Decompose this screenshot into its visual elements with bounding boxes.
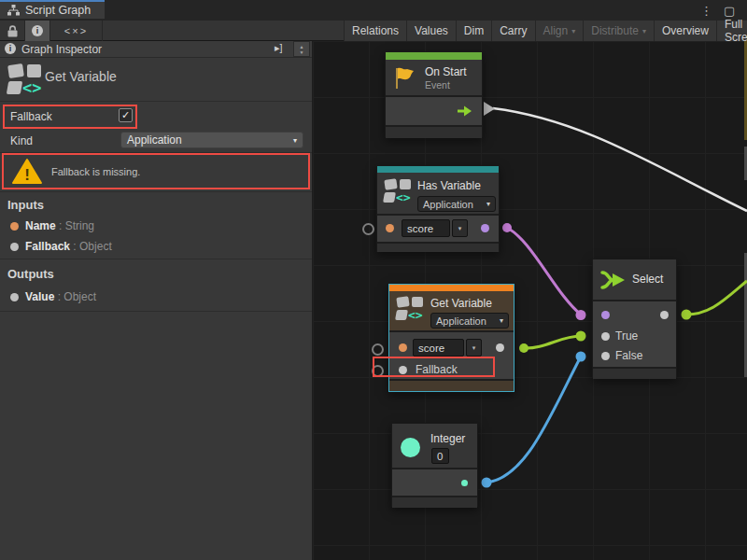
inspector-header: i Graph Inspector ▸] ▲ ▼ [0,41,312,58]
event-strip [386,52,482,60]
align-button: Align▾ [536,21,585,41]
wire-endpoint[interactable] [482,478,492,488]
window-controls: ⋮ ▢ ✕ [700,3,747,18]
exec-arrow-icon[interactable] [457,105,472,117]
node-title: Integer [430,432,465,445]
variable-strip [389,285,514,291]
variable-picker-button[interactable]: ▾ [452,219,468,237]
node-subtitle: Event [425,79,450,91]
variable-strip [377,166,499,173]
node-select[interactable]: Select True False [592,259,677,378]
value-output-port[interactable] [496,343,504,352]
bool-output-port[interactable] [481,224,489,232]
fullscreen-button[interactable]: Full Screen [717,21,747,41]
window-menu-icon[interactable]: ⋮ [700,4,712,18]
node-footer [593,369,676,379]
node-title: Has Variable [417,179,481,192]
chevron-down-icon: ▾ [500,316,503,325]
chevron-down-icon: ▾ [472,344,476,352]
lock-button[interactable] [0,21,25,41]
info-icon: i [32,25,43,36]
integer-value-field[interactable]: 0 [431,448,449,464]
variable-scope-dropdown[interactable]: Application ▾ [417,196,496,212]
integer-type-icon [401,438,420,457]
graph-tab-icon [7,5,20,16]
chevron-down-icon: ▾ [486,200,490,208]
name-input-port[interactable] [399,343,407,352]
wire-endpoint[interactable] [576,310,586,320]
code-icon: <×> [64,25,88,36]
input-row: Fallback : Object [25,240,112,253]
true-input-port[interactable] [601,332,610,341]
graph-inspector-panel: i Graph Inspector ▸] ▲ ▼ <> Get Variable… [0,41,313,560]
input-row: Name : String [25,219,94,232]
true-port-label: True [615,329,638,343]
input-port-dot [10,243,19,251]
node-has-variable[interactable]: <> Has Variable Application ▾ score ▾ [376,165,500,252]
toolbar: i <×> empty Zoom 1x Relations Values Dim… [0,21,747,41]
output-port-dot [10,293,19,301]
variable-picker-button[interactable]: ▾ [466,339,482,357]
divider [0,101,312,102]
tab-script-graph[interactable]: Script Graph [0,0,105,19]
variable-name-field[interactable]: score [402,219,450,237]
panel-spinner[interactable]: ▲ ▼ [293,41,310,57]
chevron-down-icon: ▾ [642,27,646,35]
variable-scope-dropdown[interactable]: Application ▾ [430,313,509,329]
node-title: Get Variable [430,297,492,310]
divider [0,311,312,312]
selection-output-port[interactable] [660,311,669,319]
wire-endpoint[interactable] [576,352,586,362]
wire-endpoint[interactable] [502,223,512,232]
wire-endpoint[interactable] [576,331,586,342]
node-title: Select [632,273,663,286]
flag-icon [394,66,416,90]
fallback-field-highlight [3,105,137,129]
inspector-toggle-button[interactable]: i [25,21,50,41]
values-button[interactable]: Values [407,21,457,41]
unconnected-port-ring[interactable] [362,223,374,235]
condition-input-port[interactable] [601,311,610,319]
name-input-port[interactable] [386,224,394,232]
lock-icon [7,25,18,37]
chevron-down-icon: ▾ [571,27,575,35]
select-merge-icon [600,268,627,292]
divider [0,259,312,259]
maximize-icon[interactable]: ▢ [724,4,735,18]
inspected-node-title: Get Variable [45,69,117,84]
node-footer [392,497,477,508]
dock-icon[interactable]: ▸] [275,42,283,54]
divider [0,191,312,192]
variable-name-field[interactable]: score [413,339,464,357]
warning-highlight [2,153,310,189]
inspector-title: Graph Inspector [21,43,102,56]
graph-canvas[interactable] [313,41,747,560]
code-view-button[interactable]: <×> [50,21,103,41]
tab-label: Script Graph [25,4,91,17]
script-graph-window: Script Graph ⋮ ▢ ✕ i <×> [0,0,747,560]
chevron-down-icon: ▾ [458,225,462,232]
output-row: Value : Object [25,290,96,303]
node-integer[interactable]: Integer 0 [391,423,478,507]
distribute-button: Distribute▾ [584,21,655,41]
node-footer [386,127,482,138]
inputs-section-title: Inputs [7,198,44,212]
node-footer [377,244,499,252]
integer-output-port[interactable] [461,480,468,486]
wire-endpoint[interactable] [519,343,529,353]
node-footer [389,381,514,391]
node-on-start[interactable]: On Start Event [385,51,483,137]
chevron-down-icon: ▾ [293,136,297,145]
relations-button[interactable]: Relations [345,21,407,41]
kind-dropdown[interactable]: Application ▾ [120,132,303,148]
dim-button[interactable]: Dim [457,21,492,41]
overview-button[interactable]: Overview [655,21,717,41]
carry-button[interactable]: Carry [492,21,535,41]
spin-down-icon: ▼ [300,49,304,55]
title-bar: Script Graph ⋮ ▢ ✕ [0,0,747,21]
false-input-port[interactable] [601,352,610,360]
unconnected-port-ring[interactable] [372,343,384,356]
variable-icon: <> [7,63,45,99]
outputs-section-title: Outputs [7,267,54,281]
wire-endpoint[interactable] [682,310,692,320]
